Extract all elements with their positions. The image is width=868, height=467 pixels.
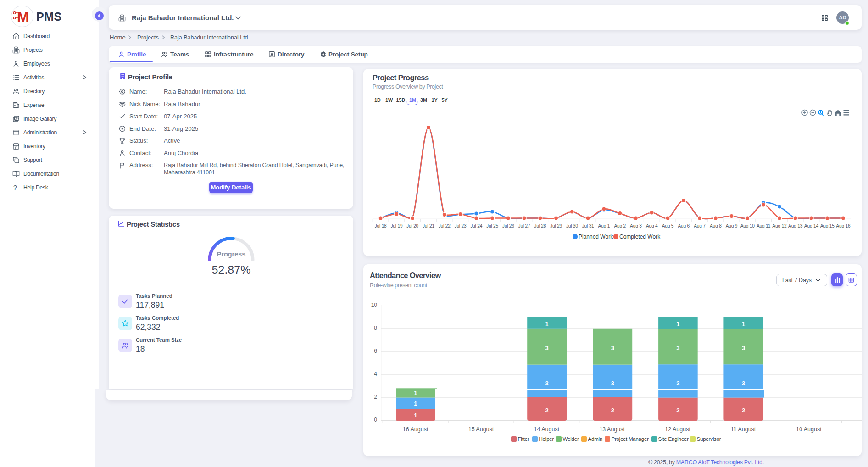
svg-text:Aug 10: Aug 10 bbox=[740, 223, 755, 228]
svg-text:1: 1 bbox=[742, 321, 745, 328]
svg-text:Aug 13: Aug 13 bbox=[788, 223, 803, 228]
svg-text:Aug 9: Aug 9 bbox=[726, 223, 738, 228]
svg-text:Aug 6: Aug 6 bbox=[678, 223, 690, 228]
svg-text:Jul 27: Jul 27 bbox=[518, 223, 531, 228]
svg-text:3: 3 bbox=[742, 380, 745, 387]
svg-text:3: 3 bbox=[676, 345, 679, 351]
svg-text:8: 8 bbox=[374, 325, 377, 331]
svg-text:1: 1 bbox=[676, 321, 679, 328]
svg-text:3: 3 bbox=[611, 345, 614, 351]
svg-text:4: 4 bbox=[374, 371, 377, 377]
svg-text:3: 3 bbox=[545, 345, 549, 351]
svg-text:11 August: 11 August bbox=[731, 426, 756, 433]
svg-text:2: 2 bbox=[676, 407, 679, 414]
svg-text:6: 6 bbox=[374, 348, 377, 354]
svg-text:3: 3 bbox=[742, 345, 745, 351]
svg-text:3: 3 bbox=[611, 380, 614, 387]
svg-text:14 August: 14 August bbox=[534, 426, 560, 433]
svg-text:13 August: 13 August bbox=[599, 426, 625, 433]
svg-text:Jul 23: Jul 23 bbox=[455, 223, 467, 228]
svg-text:Aug 12: Aug 12 bbox=[772, 223, 787, 228]
svg-text:Aug 11: Aug 11 bbox=[757, 223, 771, 228]
svg-text:Aug 5: Aug 5 bbox=[662, 223, 674, 228]
svg-text:Jul 18: Jul 18 bbox=[375, 223, 387, 228]
svg-text:Jul 20: Jul 20 bbox=[406, 223, 419, 228]
svg-text:12 August: 12 August bbox=[665, 426, 690, 433]
svg-text:15 August: 15 August bbox=[468, 426, 494, 433]
svg-text:2: 2 bbox=[611, 407, 614, 414]
svg-text:10: 10 bbox=[371, 302, 378, 308]
svg-text:2: 2 bbox=[545, 407, 549, 414]
svg-text:10 August: 10 August bbox=[796, 426, 822, 433]
svg-text:Aug 2: Aug 2 bbox=[614, 223, 626, 228]
svg-text:M: M bbox=[17, 9, 29, 25]
svg-text:Jul 30: Jul 30 bbox=[566, 223, 579, 228]
svg-text:3: 3 bbox=[545, 380, 549, 387]
svg-text:Aug 3: Aug 3 bbox=[630, 223, 642, 228]
svg-text:Jul 21: Jul 21 bbox=[423, 223, 435, 228]
svg-text:Jul 25: Jul 25 bbox=[486, 223, 499, 228]
svg-text:Jul 31: Jul 31 bbox=[582, 223, 595, 228]
svg-text:1: 1 bbox=[414, 389, 417, 396]
svg-text:Aug 14: Aug 14 bbox=[804, 223, 819, 228]
svg-text:1: 1 bbox=[414, 412, 417, 419]
svg-text:Jul 29: Jul 29 bbox=[550, 223, 562, 228]
svg-text:2: 2 bbox=[374, 394, 377, 400]
svg-text:2: 2 bbox=[742, 407, 745, 414]
svg-text:16 August: 16 August bbox=[403, 426, 428, 433]
svg-text:Aug 16: Aug 16 bbox=[836, 223, 851, 228]
svg-text:Aug 7: Aug 7 bbox=[694, 223, 706, 228]
svg-text:Jul 26: Jul 26 bbox=[502, 223, 515, 228]
svg-text:Aug 1: Aug 1 bbox=[598, 223, 610, 228]
svg-text:Jul 24: Jul 24 bbox=[470, 223, 483, 228]
svg-text:Jul 22: Jul 22 bbox=[439, 223, 451, 228]
svg-text:Jul 28: Jul 28 bbox=[534, 223, 546, 228]
svg-text:1: 1 bbox=[414, 400, 417, 407]
svg-text:Aug 4: Aug 4 bbox=[646, 223, 658, 228]
svg-text:Aug 15: Aug 15 bbox=[820, 223, 835, 228]
svg-text:1: 1 bbox=[545, 321, 549, 328]
svg-text:Jul 19: Jul 19 bbox=[390, 223, 403, 228]
svg-text:Aug 8: Aug 8 bbox=[710, 223, 722, 228]
svg-text:0: 0 bbox=[374, 417, 377, 423]
svg-text:3: 3 bbox=[676, 380, 679, 387]
